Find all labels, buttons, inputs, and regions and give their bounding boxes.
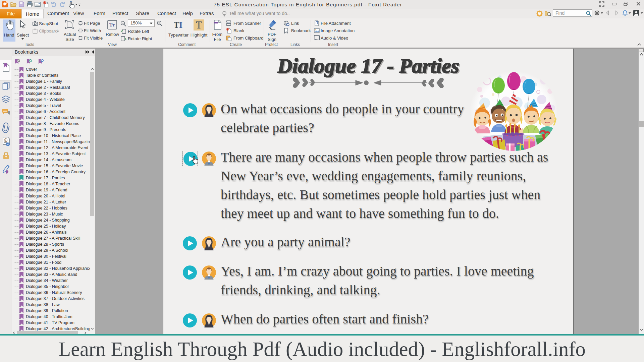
svg-text:Tт: Tт: [109, 22, 115, 27]
svg-text:T: T: [174, 20, 179, 29]
svg-text:I: I: [179, 20, 182, 29]
